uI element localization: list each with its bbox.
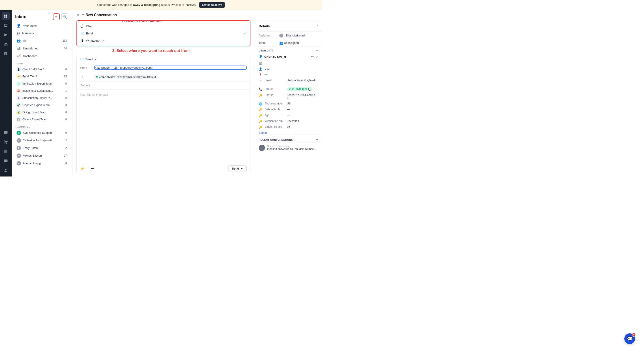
from-value[interactable]: Kyte Support Team (support@drivekyte.com…: [94, 66, 247, 70]
email-tab[interactable]: ✉️ Email ▲: [77, 55, 250, 63]
team-label-chat-sms: Chat / SMS Tier 1: [22, 68, 44, 71]
assignee-row: Assignee Elias Markwardt: [255, 32, 322, 39]
teammate-avatar-emily: E: [16, 146, 21, 150]
rail-cart-icon[interactable]: [2, 138, 10, 146]
teammate-count-emily: 2: [65, 147, 67, 150]
user-type-row: 👤 User: [255, 66, 322, 72]
age-icon: 🔑: [259, 114, 262, 117]
mentions-icon: @: [16, 31, 20, 35]
team-icon: 👥: [279, 41, 283, 45]
teammate-avatar-moises: M: [16, 153, 21, 158]
team-count-verification: 0: [65, 82, 67, 85]
team-item-chat-sms[interactable]: 📱 Chat / SMS Tier 1 0: [13, 66, 70, 73]
notification-bar: Your status was changed to away & reassi…: [0, 0, 322, 10]
teammate-abegail[interactable]: A Abegail Ampig 0: [13, 160, 70, 167]
rail-grid-icon[interactable]: [2, 147, 10, 155]
verification-icon: 🔑: [259, 120, 262, 123]
compose-body-area[interactable]: Use ⌘K for shortcuts: [77, 90, 250, 163]
dob-value: —: [287, 108, 290, 111]
icon-rail: [0, 10, 12, 177]
tab-chevron-icon: ▲: [94, 58, 96, 60]
dob-row: 🔑 Date of birth —: [255, 107, 322, 113]
lightning-icon[interactable]: ⚡: [80, 166, 85, 171]
compose-wrapper: 3. Select where you want to reach out fr…: [72, 46, 255, 177]
rail-reports-icon[interactable]: [2, 50, 10, 58]
team-item-verification[interactable]: ✓ Verification Expert Team 0: [13, 80, 70, 87]
team-item-subscription[interactable]: ⚙ Subscription Expert Te... 0: [13, 95, 70, 101]
user-icon: 👤: [259, 55, 262, 58]
sidebar-item-unassigned[interactable]: 📊 Unassigned 14: [13, 45, 70, 52]
content-area: 1. To start a conversation in Intercom, …: [72, 20, 322, 177]
teammate-count-catherine: 2: [65, 139, 67, 142]
more-menu-icon[interactable]: •••: [311, 55, 314, 58]
team-item-billing[interactable]: 💰 Billing Expert Team 0: [13, 109, 70, 116]
recent-conversations-header: RECENT CONVERSATIONS ▼: [255, 136, 322, 142]
team-item-dispatch[interactable]: 🚀 Dispatch Expert Team 0: [13, 102, 70, 109]
details-title: Details: [259, 24, 270, 28]
stripe-row: 🔑 Stripe risk sco 16: [255, 124, 322, 130]
rail-inbox-icon[interactable]: [2, 22, 10, 30]
compose-button[interactable]: ✏: [53, 14, 60, 20]
rail-announce-icon[interactable]: [2, 157, 10, 165]
verification-row: 🔑 Verification sta unverified: [255, 118, 322, 124]
teammate-catherine[interactable]: C Catherine Andrzejewski 2: [13, 137, 70, 144]
email-detail-value: cherylactorsmith@earthli...: [287, 79, 318, 85]
external-link-icon[interactable]: ↗: [316, 55, 318, 58]
channel-item-email[interactable]: ✉️ Email ✓: [77, 30, 250, 37]
stripe-icon: 🔑: [259, 126, 262, 129]
phone-call-icon: 📞: [308, 88, 311, 91]
team-item-claims[interactable]: 📋 Claims Expert Team 0: [13, 116, 70, 123]
toolbar-ellipsis-icon[interactable]: •••: [91, 167, 94, 170]
team-item-incidents[interactable]: 🚨 Incidents & Escalations... 1: [13, 88, 70, 94]
send-button[interactable]: Send ▼: [228, 165, 247, 172]
see-all-link[interactable]: See all: [255, 130, 322, 136]
channel-item-whatsapp[interactable]: 📱 WhatsApp ↗: [77, 37, 250, 44]
sidebar-item-mentions[interactable]: @ Mentions: [13, 30, 70, 37]
user-header-row: 👤 CHERYL SMITH ••• ↗: [255, 53, 322, 60]
rail-messages-icon[interactable]: [2, 129, 10, 137]
sidebar-title: Inbox: [15, 15, 26, 19]
assignee-avatar: [279, 34, 283, 38]
email-detail-label: Email: [264, 79, 285, 82]
user-data-chevron[interactable]: ▼: [316, 49, 318, 52]
close-icon[interactable]: ×: [316, 24, 318, 28]
location-row: 📍 —: [255, 72, 322, 78]
recent-conversations-chevron[interactable]: ▼: [316, 138, 318, 141]
from-value-text: Kyte Support Team (support@drivekyte.com…: [94, 66, 152, 69]
rail-contacts-icon[interactable]: [2, 40, 10, 48]
from-label: From: [80, 66, 92, 69]
compose-subject-field[interactable]: Subject: [77, 81, 250, 90]
rail-home-icon[interactable]: [2, 12, 10, 20]
search-button[interactable]: 🔍: [62, 14, 68, 20]
verification-value: unverified: [287, 119, 299, 123]
teammate-moises[interactable]: M Moises Saycon 17: [13, 152, 70, 159]
teammate-emily[interactable]: E Emily Hatch 2: [13, 145, 70, 152]
conversation-panel: 1. To start a conversation in Intercom, …: [72, 20, 255, 177]
team-item-email-tier[interactable]: ✉ Email Tier 1 95: [13, 73, 70, 80]
sidebar-item-dashboard[interactable]: 📈 Dashboard: [13, 52, 70, 60]
compose-to-field: To CHERYL SMITH (cherylactorsmith@earthl…: [77, 72, 250, 81]
rail-user-icon[interactable]: [2, 166, 10, 174]
phone-badge: +14153780883 📞: [287, 87, 312, 91]
switch-to-active-button[interactable]: Switch to active: [199, 2, 226, 8]
team-row: Team 👥 Unassigned: [255, 39, 322, 47]
sidebar-item-all[interactable]: 👥 All 253: [13, 37, 70, 44]
sidebar-item-your-inbox[interactable]: 👤 Your inbox: [13, 22, 70, 29]
conv-meta: Started 5 hours ago Inbound answered cal…: [267, 145, 318, 151]
rail-send-icon[interactable]: [2, 31, 10, 39]
channel-item-chat[interactable]: 💬 Chat: [77, 23, 250, 30]
sidebar-toggle-icon[interactable]: ⊞: [76, 14, 79, 17]
teammate-avatar-catherine: C: [16, 138, 21, 143]
sidebar: Inbox ✏ 🔍 👤 Your inbox @ Mentions 👥 All: [12, 10, 72, 177]
compose-toolbar: ⚡ | ••• Send ▼: [77, 163, 250, 174]
details-header: Details ×: [255, 20, 322, 32]
team-label-email-tier: Email Tier 1: [22, 75, 37, 78]
team-icon-dispatch: 🚀: [16, 103, 20, 107]
team-label: Team: [259, 41, 276, 45]
svg-rect-1: [6, 15, 8, 16]
team-icon-claims: 📋: [16, 117, 20, 122]
teammate-kyte-support[interactable]: K Kyte Customer Support 0: [13, 129, 70, 136]
send-label: Send: [232, 167, 239, 170]
phone-value: +14153780883: [289, 88, 306, 91]
send-chevron-icon: ▼: [240, 167, 243, 170]
